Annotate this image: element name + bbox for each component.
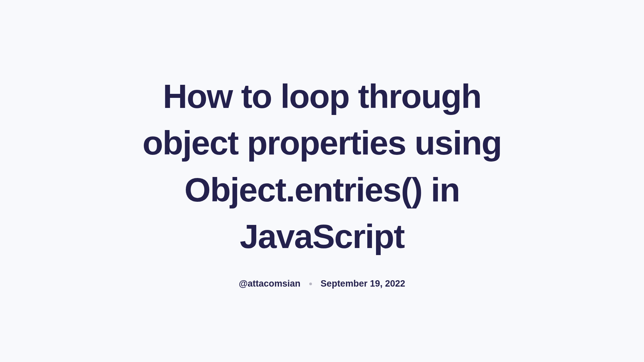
post-hero: How to loop through object properties us… <box>97 73 547 289</box>
author-handle: @attacomsian <box>239 279 301 289</box>
post-title: How to loop through object properties us… <box>111 73 533 260</box>
post-date: September 19, 2022 <box>321 279 405 289</box>
separator-dot-icon <box>309 283 312 285</box>
post-meta: @attacomsian September 19, 2022 <box>239 279 405 289</box>
